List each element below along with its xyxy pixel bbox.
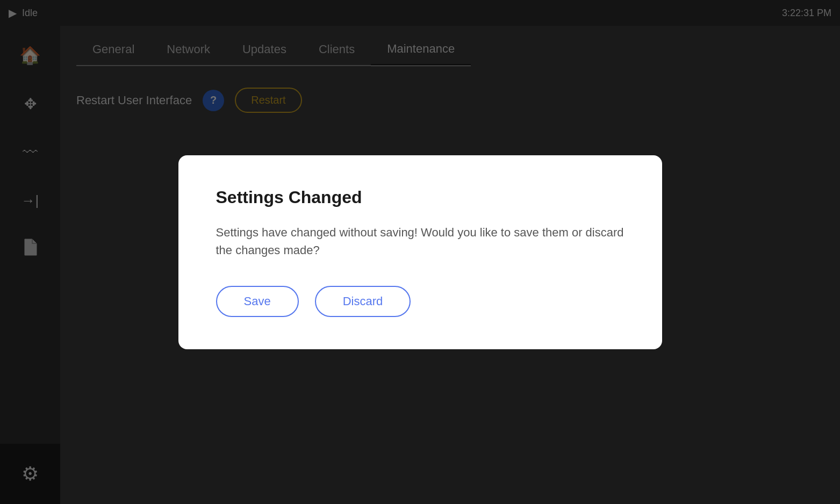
discard-button[interactable]: Discard (315, 286, 411, 317)
dialog-message: Settings have changed without saving! Wo… (216, 224, 624, 259)
save-button[interactable]: Save (216, 286, 299, 317)
dialog-overlay: Settings Changed Settings have changed w… (0, 0, 840, 504)
dialog-title: Settings Changed (216, 188, 624, 207)
dialog-actions: Save Discard (216, 286, 624, 317)
settings-changed-dialog: Settings Changed Settings have changed w… (178, 155, 662, 349)
